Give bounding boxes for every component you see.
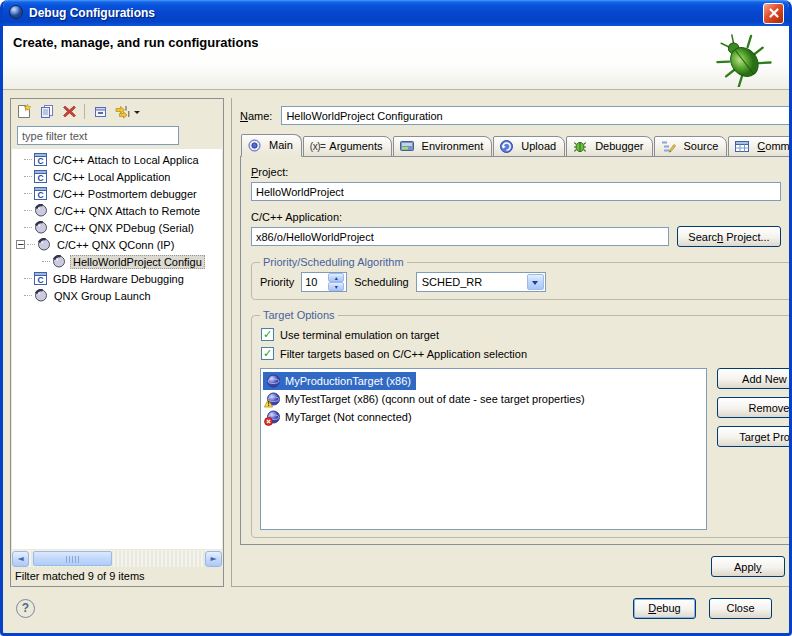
target-properties-button[interactable]: Target Properties... bbox=[717, 426, 792, 447]
c-launch-icon: C bbox=[34, 187, 47, 200]
svg-text:C: C bbox=[37, 190, 43, 200]
scroll-left-icon[interactable]: ◄ bbox=[12, 551, 29, 567]
tree-item[interactable]: CGDB Hardware Debugging bbox=[12, 270, 222, 287]
title-bar[interactable]: Debug Configurations bbox=[3, 0, 789, 26]
main-icon bbox=[248, 139, 261, 152]
tree-item[interactable]: CC/C++ Postmortem debugger bbox=[12, 185, 222, 202]
environment-icon bbox=[400, 140, 414, 152]
tab-debugger[interactable]: Debugger bbox=[566, 136, 652, 157]
target-options-group: Target Options ✓Use terminal emulation o… bbox=[251, 309, 792, 538]
scheduling-select[interactable]: SCHED_RR bbox=[416, 272, 546, 292]
svg-text:C: C bbox=[37, 275, 43, 285]
source-icon bbox=[661, 140, 676, 153]
target-buttons: Add New Target...Remove TargetTarget Pro… bbox=[717, 368, 792, 530]
apply-revert-row: Apply Revert bbox=[240, 545, 792, 586]
project-label: Project: bbox=[251, 166, 792, 178]
common-icon bbox=[735, 141, 749, 152]
filter-input[interactable] bbox=[17, 126, 179, 145]
tab-label: Environment bbox=[422, 140, 484, 152]
help-icon[interactable]: ? bbox=[16, 599, 35, 618]
checkbox-row[interactable]: ✓Filter targets based on C/C++ Applicati… bbox=[261, 347, 792, 360]
tab-arguments[interactable]: (x)=Arguments bbox=[303, 136, 392, 157]
config-toolbar bbox=[11, 99, 223, 124]
tab-bar: Main(x)=ArgumentsEnvironmentUploadDebugg… bbox=[240, 134, 792, 157]
target-sphere-icon: ! bbox=[266, 392, 281, 406]
c-launch-icon: C bbox=[34, 170, 47, 183]
combo-arrow-icon[interactable] bbox=[527, 274, 544, 290]
tab-upload[interactable]: Upload bbox=[493, 136, 565, 157]
tree-item[interactable]: C/C++ QNX Attach to Remote bbox=[12, 202, 222, 219]
checkbox-label: Use terminal emulation on target bbox=[280, 329, 439, 341]
add-new-target-button[interactable]: Add New Target... bbox=[717, 368, 792, 389]
target-list-item[interactable]: !MyTestTarget (x86) (qconn out of date -… bbox=[263, 390, 588, 408]
tree-item[interactable]: QNX Group Launch bbox=[12, 287, 222, 304]
tab-environment[interactable]: Environment bbox=[393, 136, 493, 157]
target-sphere-icon bbox=[266, 410, 281, 424]
tab-label: Main bbox=[269, 139, 293, 151]
tab-source[interactable]: Source bbox=[654, 136, 728, 157]
priority-stepper[interactable]: ▴▾ bbox=[301, 272, 347, 292]
tree-item[interactable]: CC/C++ Local Application bbox=[12, 168, 222, 185]
scrollbar-thumb[interactable] bbox=[33, 551, 112, 566]
config-tree: CC/C++ Attach to Local ApplicaCC/C++ Loc… bbox=[12, 149, 222, 549]
tree-item-label: C/C++ QNX PDebug (Serial) bbox=[52, 221, 196, 235]
dialog-footer: ? Debug Close bbox=[3, 587, 789, 633]
target-label: MyTestTarget (x86) (qconn out of date - … bbox=[285, 393, 585, 405]
delete-configuration-icon[interactable] bbox=[59, 102, 79, 122]
checkbox-checked-icon[interactable]: ✓ bbox=[261, 347, 274, 360]
filter-icon[interactable] bbox=[112, 102, 143, 122]
target-list[interactable]: MyProductionTarget (x86)!MyTestTarget (x… bbox=[260, 368, 707, 530]
new-configuration-icon[interactable] bbox=[14, 102, 35, 122]
tree-item[interactable]: −C/C++ QNX QConn (IP) bbox=[12, 236, 222, 253]
tree-item-label: C/C++ Local Application bbox=[51, 170, 172, 184]
search-project-button[interactable]: Search Project... bbox=[677, 226, 780, 247]
spin-down-icon[interactable]: ▾ bbox=[328, 282, 344, 291]
tree-connector bbox=[42, 261, 50, 262]
priority-input[interactable] bbox=[302, 273, 328, 291]
name-input[interactable] bbox=[281, 106, 792, 125]
debugger-icon bbox=[573, 140, 587, 153]
svg-text:C: C bbox=[37, 173, 43, 183]
close-icon[interactable] bbox=[763, 3, 784, 24]
dialog-body: CC/C++ Attach to Local ApplicaCC/C++ Loc… bbox=[3, 90, 789, 587]
horizontal-scrollbar[interactable]: ◄ ► bbox=[12, 550, 222, 567]
beetle-icon bbox=[711, 29, 773, 89]
target-list-item[interactable]: MyProductionTarget (x86) bbox=[263, 372, 416, 390]
tab-label: Arguments bbox=[329, 140, 382, 152]
tree-item[interactable]: CC/C++ Attach to Local Applica bbox=[12, 151, 222, 168]
checkbox-row[interactable]: ✓Use terminal emulation on target bbox=[261, 328, 792, 341]
duplicate-configuration-icon[interactable] bbox=[37, 102, 57, 122]
tab-label: Source bbox=[684, 140, 719, 152]
dropdown-arrow-icon bbox=[134, 111, 140, 117]
svg-text:!: ! bbox=[267, 400, 269, 407]
debug-button[interactable]: Debug bbox=[633, 598, 696, 619]
upload-icon bbox=[500, 140, 513, 153]
tab-label: Debugger bbox=[595, 140, 643, 152]
apply-button[interactable]: Apply bbox=[711, 556, 785, 577]
tree-connector bbox=[24, 295, 32, 296]
tab-common[interactable]: Common bbox=[728, 136, 792, 157]
scroll-right-icon[interactable]: ► bbox=[205, 551, 222, 567]
target-list-item[interactable]: MyTarget (Not connected) bbox=[263, 408, 415, 426]
tree-item[interactable]: HelloWorldProject Configu bbox=[12, 253, 222, 270]
remove-target-button[interactable]: Remove Target bbox=[717, 397, 792, 418]
tab-main[interactable]: Main bbox=[241, 134, 302, 157]
application-input[interactable] bbox=[251, 227, 669, 246]
priority-group-title: Priority/Scheduling Algorithm bbox=[260, 256, 407, 268]
checkbox-checked-icon[interactable]: ✓ bbox=[261, 328, 274, 341]
priority-scheduling-group: Priority/Scheduling Algorithm Priority ▴… bbox=[251, 256, 792, 300]
scrollbar-track[interactable] bbox=[29, 551, 205, 567]
qnx-launch-icon bbox=[52, 255, 66, 268]
collapse-all-icon[interactable] bbox=[90, 102, 110, 122]
expander-minus-icon[interactable]: − bbox=[16, 240, 25, 249]
config-editor-panel: Name: Main(x)=ArgumentsEnvironmentUpload… bbox=[231, 98, 792, 587]
window-icon bbox=[8, 4, 24, 22]
arguments-icon: (x)= bbox=[310, 141, 326, 152]
spin-up-icon[interactable]: ▴ bbox=[328, 273, 344, 282]
project-input[interactable] bbox=[251, 182, 781, 201]
close-dialog-button[interactable]: Close bbox=[709, 598, 772, 619]
tree-item-label: C/C++ Attach to Local Applica bbox=[51, 153, 201, 167]
debug-configurations-window: Debug Configurations Create, manage, and… bbox=[0, 0, 792, 636]
tree-connector bbox=[24, 278, 32, 279]
tree-item[interactable]: C/C++ QNX PDebug (Serial) bbox=[12, 219, 222, 236]
